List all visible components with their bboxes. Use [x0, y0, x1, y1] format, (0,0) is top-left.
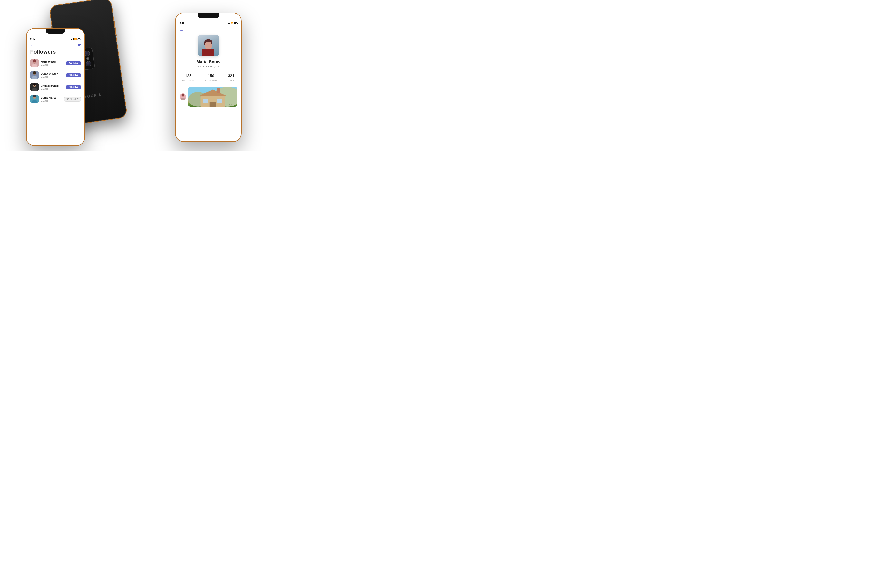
svg-point-22 [182, 94, 184, 96]
avatar-marie [30, 59, 39, 68]
profile-face [198, 35, 219, 57]
signal-bars [71, 38, 74, 40]
avatar-grant [30, 83, 39, 92]
phone-left: 9:41 📶 ← [26, 28, 85, 146]
svg-rect-31 [217, 88, 220, 93]
right-wifi-icon: 📶 [231, 22, 233, 24]
left-time: 9:41 [30, 38, 35, 40]
follow-button-marie[interactable]: FOLLOW [66, 61, 81, 66]
stat-likes: 321 LIKES [228, 74, 234, 82]
follower-name-marie: Marie Winter [41, 60, 66, 63]
right-battery-icon [234, 22, 237, 24]
svg-point-4 [33, 59, 36, 62]
follower-location-marie: Canada [41, 64, 66, 66]
right-status-bar: 9:41 📶 [176, 20, 241, 26]
left-status-bar: 9:41 📶 [27, 36, 84, 42]
right-notch-bar [176, 13, 241, 20]
svg-point-12 [33, 83, 36, 86]
camera-lens-2 [86, 61, 92, 67]
post-image-house: mostaql.com [188, 87, 237, 106]
stat-followers-number: 125 [182, 74, 194, 78]
follower-item-burns: Burns Marks Canada UNFOLLOW [30, 93, 81, 105]
filter-button[interactable] [78, 45, 81, 46]
follow-button-duran[interactable]: FOLLOW [66, 73, 81, 77]
follower-location-burns: Canada [41, 100, 64, 102]
follower-location-grant: Canada [41, 88, 66, 90]
profile-avatar-container [180, 35, 237, 57]
svg-point-9 [33, 71, 36, 74]
stat-following-label: FOLLOWING [206, 80, 217, 81]
post-user-mini-avatar [180, 93, 186, 100]
svg-rect-14 [33, 87, 36, 87]
battery-icon [77, 38, 81, 40]
profile-location: San Francisco, CA [180, 65, 237, 68]
right-screen-content: ← Maria Snow San Francisco, CA 125 [176, 26, 241, 141]
follower-info-marie: Marie Winter Canada [41, 60, 66, 66]
stat-following-number: 150 [206, 74, 217, 78]
right-notch [198, 13, 219, 18]
phone-right: 9:41 📶 ← [175, 12, 242, 142]
follower-info-grant: Grant Marshall Canada [41, 84, 66, 90]
follower-info-duran: Duran Clayton Canada [41, 72, 66, 78]
scene: YOUR L 9:41 📶 ← [26, 5, 242, 146]
left-notch-bar [27, 29, 84, 36]
watermark-text: mostaql.com [226, 104, 236, 106]
svg-rect-29 [217, 99, 222, 103]
follower-name-burns: Burns Marks [41, 96, 64, 99]
followers-back-button[interactable]: ← [30, 44, 34, 47]
svg-rect-30 [210, 102, 216, 106]
follower-item-grant: Grant Marshall Canada FOLLOW [30, 81, 81, 93]
right-status-icons: 📶 [228, 22, 237, 24]
profile-stats: 125 FOLLOWERS 150 FOLLOWING 321 LIKES [180, 71, 237, 84]
profile-avatar [198, 35, 219, 57]
profile-name: Maria Snow [180, 59, 237, 64]
avatar-burns [30, 94, 39, 103]
right-time: 9:41 [180, 22, 184, 24]
follow-button-grant[interactable]: FOLLOW [66, 85, 81, 89]
avatar-duran [30, 71, 39, 80]
stat-following: 150 FOLLOWING [206, 74, 217, 82]
profile-post-row: mostaql.com [180, 87, 237, 106]
stat-likes-number: 321 [228, 74, 234, 78]
house-illustration [188, 87, 237, 106]
stat-followers: 125 FOLLOWERS [182, 74, 194, 82]
svg-point-17 [33, 95, 36, 98]
followers-title: Followers [30, 49, 81, 55]
stat-followers-label: FOLLOWERS [182, 80, 194, 81]
unfollow-button-burns[interactable]: UNFOLLOW [64, 97, 81, 102]
camera-flash [86, 57, 89, 60]
follower-item-marie: Marie Winter Canada FOLLOW [30, 57, 81, 69]
follower-name-grant: Grant Marshall [41, 84, 66, 87]
wifi-icon: 📶 [74, 38, 76, 40]
follower-name-duran: Duran Clayton [41, 72, 66, 75]
stat-likes-label: LIKES [228, 80, 234, 81]
follower-location-duran: Canada [41, 76, 66, 78]
profile-back-button[interactable]: ← [180, 28, 237, 33]
phone-back-logo: YOUR L [84, 93, 102, 99]
camera-lens-1 [84, 50, 90, 57]
left-notch [46, 29, 65, 33]
right-signal-bars [228, 22, 230, 24]
left-status-icons: 📶 [71, 38, 81, 40]
follower-info-burns: Burns Marks Canada [41, 96, 64, 102]
svg-rect-28 [204, 99, 208, 103]
followers-header: ← [30, 44, 81, 47]
follower-item-duran: Duran Clayton Canada FOLLOW [30, 69, 81, 81]
left-screen-content: ← Followers [27, 42, 84, 145]
